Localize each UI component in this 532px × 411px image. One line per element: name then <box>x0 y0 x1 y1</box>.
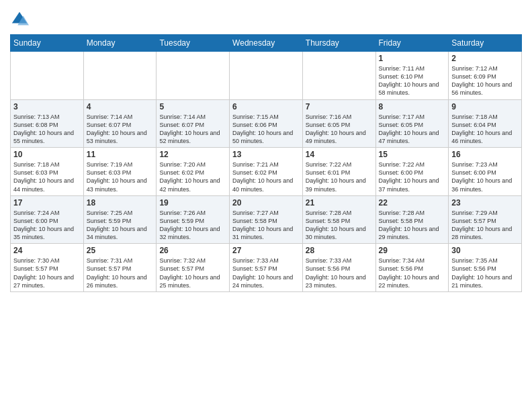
day-info: Sunrise: 7:31 AM Sunset: 5:57 PM Dayligh… <box>87 257 154 289</box>
day-info: Sunrise: 7:26 AM Sunset: 5:59 PM Dayligh… <box>159 209 226 242</box>
day-number: 6 <box>232 102 300 111</box>
day-cell: 23Sunrise: 7:29 AM Sunset: 5:57 PM Dayli… <box>449 195 522 244</box>
day-info: Sunrise: 7:18 AM Sunset: 6:03 PM Dayligh… <box>13 161 81 193</box>
day-info: Sunrise: 7:13 AM Sunset: 6:08 PM Dayligh… <box>13 113 81 146</box>
day-cell: 24Sunrise: 7:30 AM Sunset: 5:57 PM Dayli… <box>11 244 84 292</box>
day-number: 27 <box>232 246 300 255</box>
day-number: 19 <box>159 198 226 208</box>
calendar: SundayMondayTuesdayWednesdayThursdayFrid… <box>10 34 522 292</box>
day-info: Sunrise: 7:18 AM Sunset: 6:04 PM Dayligh… <box>451 113 519 146</box>
day-number: 29 <box>379 246 446 255</box>
day-info: Sunrise: 7:14 AM Sunset: 6:07 PM Dayligh… <box>87 113 154 146</box>
week-row-3: 10Sunrise: 7:18 AM Sunset: 6:03 PM Dayli… <box>11 148 522 196</box>
day-number: 22 <box>379 198 446 208</box>
day-number: 3 <box>13 102 81 111</box>
day-number: 10 <box>13 150 81 159</box>
day-info: Sunrise: 7:17 AM Sunset: 6:05 PM Dayligh… <box>379 113 446 146</box>
day-info: Sunrise: 7:11 AM Sunset: 6:10 PM Dayligh… <box>379 64 446 97</box>
day-cell: 21Sunrise: 7:28 AM Sunset: 5:58 PM Dayli… <box>302 195 375 244</box>
weekday-header-saturday: Saturday <box>449 35 522 52</box>
day-cell <box>83 52 157 100</box>
day-info: Sunrise: 7:29 AM Sunset: 5:57 PM Dayligh… <box>451 209 519 242</box>
day-cell: 15Sunrise: 7:22 AM Sunset: 6:00 PM Dayli… <box>375 148 449 196</box>
day-cell <box>11 52 84 100</box>
week-row-2: 3Sunrise: 7:13 AM Sunset: 6:08 PM Daylig… <box>11 99 522 148</box>
day-info: Sunrise: 7:22 AM Sunset: 6:01 PM Dayligh… <box>306 161 373 193</box>
weekday-header-sunday: Sunday <box>11 35 84 52</box>
day-cell: 1Sunrise: 7:11 AM Sunset: 6:10 PM Daylig… <box>375 52 449 100</box>
day-number: 28 <box>306 246 373 255</box>
day-number: 26 <box>159 246 226 255</box>
day-number: 8 <box>379 102 446 111</box>
day-cell <box>157 52 230 100</box>
week-row-5: 24Sunrise: 7:30 AM Sunset: 5:57 PM Dayli… <box>11 244 522 292</box>
day-number: 15 <box>379 150 446 159</box>
day-cell: 7Sunrise: 7:16 AM Sunset: 6:05 PM Daylig… <box>302 99 375 148</box>
day-number: 17 <box>13 198 81 208</box>
day-info: Sunrise: 7:15 AM Sunset: 6:06 PM Dayligh… <box>232 113 300 146</box>
day-number: 16 <box>451 150 519 159</box>
weekday-header-row: SundayMondayTuesdayWednesdayThursdayFrid… <box>11 35 522 52</box>
day-number: 9 <box>451 102 519 111</box>
day-cell: 17Sunrise: 7:24 AM Sunset: 6:00 PM Dayli… <box>11 195 84 244</box>
day-cell: 2Sunrise: 7:12 AM Sunset: 6:09 PM Daylig… <box>449 52 522 100</box>
day-cell: 22Sunrise: 7:28 AM Sunset: 5:58 PM Dayli… <box>375 195 449 244</box>
weekday-header-thursday: Thursday <box>302 35 375 52</box>
day-cell: 30Sunrise: 7:35 AM Sunset: 5:56 PM Dayli… <box>449 244 522 292</box>
day-info: Sunrise: 7:33 AM Sunset: 5:56 PM Dayligh… <box>306 257 373 289</box>
week-row-4: 17Sunrise: 7:24 AM Sunset: 6:00 PM Dayli… <box>11 195 522 244</box>
day-number: 21 <box>306 198 373 208</box>
day-info: Sunrise: 7:28 AM Sunset: 5:58 PM Dayligh… <box>306 209 373 242</box>
header <box>10 7 522 29</box>
weekday-header-tuesday: Tuesday <box>157 35 230 52</box>
day-number: 23 <box>451 198 519 208</box>
day-info: Sunrise: 7:20 AM Sunset: 6:02 PM Dayligh… <box>159 161 226 193</box>
day-cell: 10Sunrise: 7:18 AM Sunset: 6:03 PM Dayli… <box>11 148 84 196</box>
day-info: Sunrise: 7:28 AM Sunset: 5:58 PM Dayligh… <box>379 209 446 242</box>
day-info: Sunrise: 7:12 AM Sunset: 6:09 PM Dayligh… <box>451 64 519 97</box>
day-cell: 28Sunrise: 7:33 AM Sunset: 5:56 PM Dayli… <box>302 244 375 292</box>
day-number: 13 <box>232 150 300 159</box>
page: SundayMondayTuesdayWednesdayThursdayFrid… <box>0 0 532 302</box>
day-number: 14 <box>306 150 373 159</box>
day-cell: 9Sunrise: 7:18 AM Sunset: 6:04 PM Daylig… <box>449 99 522 148</box>
day-cell: 16Sunrise: 7:23 AM Sunset: 6:00 PM Dayli… <box>449 148 522 196</box>
day-info: Sunrise: 7:27 AM Sunset: 5:58 PM Dayligh… <box>232 209 300 242</box>
day-cell: 19Sunrise: 7:26 AM Sunset: 5:59 PM Dayli… <box>157 195 230 244</box>
weekday-header-monday: Monday <box>83 35 157 52</box>
day-info: Sunrise: 7:25 AM Sunset: 5:59 PM Dayligh… <box>87 209 154 242</box>
day-number: 7 <box>306 102 373 111</box>
day-number: 11 <box>87 150 154 159</box>
day-info: Sunrise: 7:22 AM Sunset: 6:00 PM Dayligh… <box>379 161 446 193</box>
day-cell: 5Sunrise: 7:14 AM Sunset: 6:07 PM Daylig… <box>157 99 230 148</box>
day-cell: 11Sunrise: 7:19 AM Sunset: 6:03 PM Dayli… <box>83 148 157 196</box>
day-cell: 27Sunrise: 7:33 AM Sunset: 5:57 PM Dayli… <box>230 244 303 292</box>
day-cell: 3Sunrise: 7:13 AM Sunset: 6:08 PM Daylig… <box>11 99 84 148</box>
day-number: 18 <box>87 198 154 208</box>
day-cell <box>302 52 375 100</box>
day-cell: 29Sunrise: 7:34 AM Sunset: 5:56 PM Dayli… <box>375 244 449 292</box>
day-cell: 13Sunrise: 7:21 AM Sunset: 6:02 PM Dayli… <box>230 148 303 196</box>
day-cell: 26Sunrise: 7:32 AM Sunset: 5:57 PM Dayli… <box>157 244 230 292</box>
day-number: 25 <box>87 246 154 255</box>
day-cell <box>230 52 303 100</box>
day-info: Sunrise: 7:24 AM Sunset: 6:00 PM Dayligh… <box>13 209 81 242</box>
day-info: Sunrise: 7:35 AM Sunset: 5:56 PM Dayligh… <box>451 257 519 289</box>
weekday-header-wednesday: Wednesday <box>230 35 303 52</box>
day-number: 30 <box>451 246 519 255</box>
logo <box>10 10 32 29</box>
day-info: Sunrise: 7:33 AM Sunset: 5:57 PM Dayligh… <box>232 257 300 289</box>
weekday-header-friday: Friday <box>375 35 449 52</box>
day-info: Sunrise: 7:23 AM Sunset: 6:00 PM Dayligh… <box>451 161 519 193</box>
day-info: Sunrise: 7:34 AM Sunset: 5:56 PM Dayligh… <box>379 257 446 289</box>
day-number: 5 <box>159 102 226 111</box>
day-cell: 6Sunrise: 7:15 AM Sunset: 6:06 PM Daylig… <box>230 99 303 148</box>
day-cell: 18Sunrise: 7:25 AM Sunset: 5:59 PM Dayli… <box>83 195 157 244</box>
day-number: 20 <box>232 198 300 208</box>
day-info: Sunrise: 7:21 AM Sunset: 6:02 PM Dayligh… <box>232 161 300 193</box>
day-number: 12 <box>159 150 226 159</box>
day-info: Sunrise: 7:32 AM Sunset: 5:57 PM Dayligh… <box>159 257 226 289</box>
day-cell: 12Sunrise: 7:20 AM Sunset: 6:02 PM Dayli… <box>157 148 230 196</box>
day-cell: 8Sunrise: 7:17 AM Sunset: 6:05 PM Daylig… <box>375 99 449 148</box>
day-info: Sunrise: 7:19 AM Sunset: 6:03 PM Dayligh… <box>87 161 154 193</box>
